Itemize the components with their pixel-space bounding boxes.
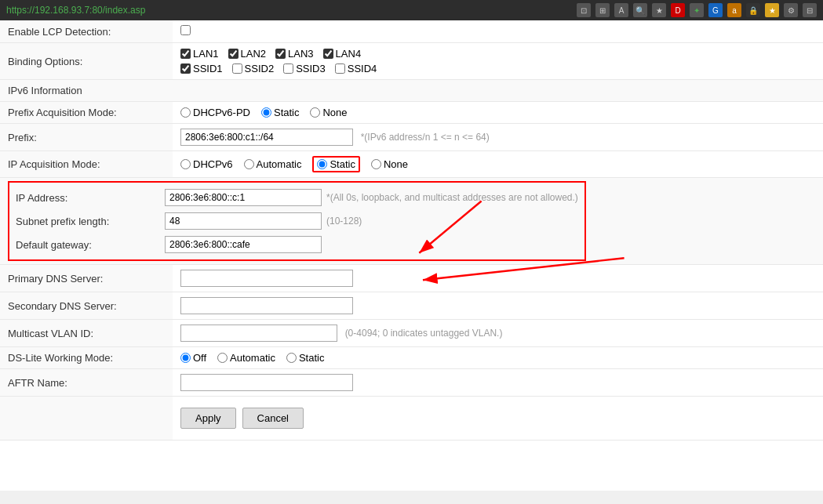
subnet-row: Subnet prefix length: (10-128) bbox=[16, 209, 578, 233]
ssid1-label: SSID1 bbox=[193, 63, 223, 74]
aftr-input[interactable] bbox=[180, 374, 353, 391]
ssid4-label: SSID4 bbox=[348, 63, 377, 74]
prefix-none-item[interactable]: None bbox=[310, 107, 347, 118]
ip-none-item[interactable]: None bbox=[371, 158, 408, 170]
cancel-button[interactable]: Cancel bbox=[242, 408, 304, 429]
browser-icons: ⊡ ⊞ A 🔍 ★ D ✦ G a 🔒 ★ ⚙ ⊟ bbox=[577, 3, 817, 17]
settings-table: Enable LCP Detection: Binding Options: L… bbox=[0, 20, 823, 441]
ssid3-label: SSID3 bbox=[296, 63, 326, 74]
ssid3-item[interactable]: SSID3 bbox=[283, 63, 326, 74]
prefix-dhcpv6pd-label: DHCPv6-PD bbox=[193, 107, 250, 118]
prefix-static-item[interactable]: Static bbox=[261, 107, 300, 118]
dslite-group: Off Automatic Static bbox=[180, 352, 815, 364]
lan3-checkbox[interactable] bbox=[275, 49, 286, 59]
dslite-static-label: Static bbox=[299, 352, 325, 364]
ssid2-checkbox[interactable] bbox=[232, 63, 242, 74]
lcp-checkbox[interactable] bbox=[180, 25, 191, 35]
ssid4-checkbox[interactable] bbox=[335, 63, 345, 74]
dslite-label: DS-Lite Working Mode: bbox=[0, 347, 173, 369]
ip-dhcpv6-item[interactable]: DHCPv6 bbox=[180, 158, 233, 170]
lan1-item[interactable]: LAN1 bbox=[180, 48, 219, 60]
prefix-static-label: Static bbox=[274, 107, 300, 118]
browser-bar: https://192.168.93.7:80/index.asp ⊡ ⊞ A … bbox=[0, 0, 823, 20]
lcp-label: Enable LCP Detection: bbox=[0, 20, 173, 43]
ip-static-label: Static bbox=[330, 158, 355, 170]
ip-dhcpv6-radio[interactable] bbox=[180, 159, 191, 169]
subnet-input[interactable] bbox=[165, 212, 322, 230]
prefix-dhcpv6pd-item[interactable]: DHCPv6-PD bbox=[180, 107, 250, 118]
prefix-mode-label: Prefix Acquisition Mode: bbox=[0, 102, 173, 124]
icon-5: ★ bbox=[652, 3, 666, 17]
lan4-checkbox[interactable] bbox=[323, 49, 333, 59]
dslite-auto-radio[interactable] bbox=[217, 353, 228, 363]
ip-none-label: None bbox=[384, 158, 408, 170]
ssid1-checkbox[interactable] bbox=[180, 63, 191, 74]
gateway-label: Default gateway: bbox=[16, 239, 165, 251]
multicast-vlan-input[interactable] bbox=[180, 325, 337, 342]
lan4-item[interactable]: LAN4 bbox=[323, 48, 362, 60]
gateway-row: Default gateway: bbox=[16, 233, 578, 256]
primary-dns-row: Primary DNS Server: bbox=[0, 265, 823, 292]
prefix-row: Prefix: *(IPv6 address/n 1 <= n <= 64) bbox=[0, 124, 823, 151]
dslite-static-item[interactable]: Static bbox=[286, 352, 325, 364]
ip-fields-box: IP Address: *(All 0s, loopback, and mult… bbox=[8, 181, 586, 261]
ip-auto-item[interactable]: Automatic bbox=[244, 158, 302, 170]
icon-12: ⚙ bbox=[784, 3, 798, 17]
icon-1: ⊡ bbox=[577, 3, 591, 17]
dslite-off-radio[interactable] bbox=[180, 353, 191, 363]
ip-acq-group: DHCPv6 Automatic Static None bbox=[180, 156, 815, 172]
gateway-input[interactable] bbox=[165, 236, 322, 253]
prefix-mode-row: Prefix Acquisition Mode: DHCPv6-PD Stati… bbox=[0, 102, 823, 124]
secondary-dns-input[interactable] bbox=[180, 297, 353, 314]
apply-button[interactable]: Apply bbox=[180, 408, 236, 429]
prefix-input[interactable] bbox=[180, 129, 353, 146]
ip-auto-radio[interactable] bbox=[244, 159, 254, 169]
lan1-label: LAN1 bbox=[193, 48, 219, 60]
prefix-static-radio[interactable] bbox=[261, 107, 271, 118]
dslite-off-item[interactable]: Off bbox=[180, 352, 206, 364]
url-bar[interactable]: https://192.168.93.7:80/index.asp bbox=[6, 5, 145, 16]
multicast-vlan-hint: (0-4094; 0 indicates untagged VLAN.) bbox=[345, 328, 503, 339]
ip-acq-mode-label: IP Acquisition Mode: bbox=[0, 151, 173, 178]
icon-9: a bbox=[727, 3, 741, 17]
lan2-item[interactable]: LAN2 bbox=[228, 48, 267, 60]
ip-auto-label: Automatic bbox=[257, 158, 302, 170]
lan3-item[interactable]: LAN3 bbox=[275, 48, 314, 60]
prefix-dhcpv6pd-radio[interactable] bbox=[180, 107, 191, 118]
ip-dhcpv6-label: DHCPv6 bbox=[193, 158, 233, 170]
multicast-vlan-row: Multicast VLAN ID: (0-4094; 0 indicates … bbox=[0, 320, 823, 347]
lan2-label: LAN2 bbox=[241, 48, 267, 60]
ip-address-row: IP Address: *(All 0s, loopback, and mult… bbox=[16, 186, 578, 209]
ip-address-input[interactable] bbox=[165, 189, 322, 206]
ip-static-radio[interactable] bbox=[317, 159, 327, 169]
icon-2: ⊞ bbox=[595, 3, 610, 17]
dslite-auto-item[interactable]: Automatic bbox=[217, 352, 275, 364]
ip-address-label: IP Address: bbox=[16, 192, 165, 204]
ip-static-item[interactable]: Static bbox=[312, 156, 360, 172]
ip-fields-cell: IP Address: *(All 0s, loopback, and mult… bbox=[0, 178, 823, 265]
ssid4-item[interactable]: SSID4 bbox=[335, 63, 377, 74]
ip-none-radio[interactable] bbox=[371, 159, 381, 169]
aftr-label: AFTR Name: bbox=[0, 369, 173, 397]
icon-8: G bbox=[708, 3, 723, 17]
ip-acq-mode-row: IP Acquisition Mode: DHCPv6 Automatic St… bbox=[0, 151, 823, 178]
ssid1-item[interactable]: SSID1 bbox=[180, 63, 223, 74]
lan-group: LAN1 LAN2 LAN3 LAN4 bbox=[180, 48, 815, 60]
ssid2-item[interactable]: SSID2 bbox=[232, 63, 275, 74]
prefix-mode-options: DHCPv6-PD Static None bbox=[173, 102, 823, 124]
lan1-checkbox[interactable] bbox=[180, 49, 191, 59]
ssid2-label: SSID2 bbox=[245, 63, 275, 74]
dslite-static-radio[interactable] bbox=[286, 353, 297, 363]
buttons-left bbox=[0, 397, 173, 441]
binding-row: Binding Options: LAN1 LAN2 LAN3 bbox=[0, 43, 823, 80]
icon-3: A bbox=[614, 3, 628, 17]
lan2-checkbox[interactable] bbox=[228, 49, 239, 59]
icon-6: D bbox=[671, 3, 685, 17]
prefix-none-radio[interactable] bbox=[310, 107, 320, 118]
buttons-group: Apply Cancel bbox=[180, 401, 815, 435]
ssid3-checkbox[interactable] bbox=[283, 63, 293, 74]
prefix-none-label: None bbox=[322, 107, 347, 118]
prefix-value-cell: *(IPv6 address/n 1 <= n <= 64) bbox=[173, 124, 823, 151]
primary-dns-input[interactable] bbox=[180, 270, 353, 287]
icon-10: 🔒 bbox=[746, 3, 760, 17]
